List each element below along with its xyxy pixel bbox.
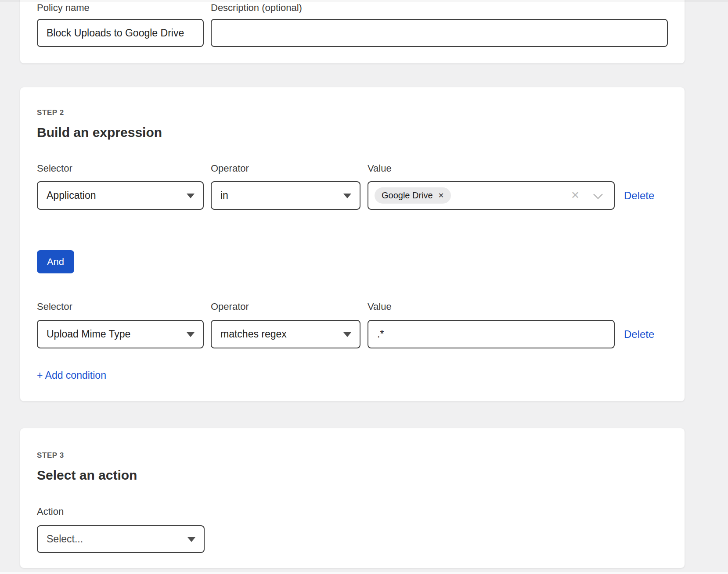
value-tag: Google Drive ✕ (375, 187, 451, 204)
caret-down-icon (343, 332, 351, 337)
value-column-label: Value (368, 163, 615, 174)
selector-column-label: Selector (37, 301, 204, 312)
action-select[interactable]: Select... (37, 525, 205, 553)
value-tag-label: Google Drive (382, 190, 433, 201)
policy-details-card: Policy name Description (optional) (20, 0, 685, 64)
remove-tag-icon[interactable]: ✕ (438, 191, 444, 200)
description-label: Description (optional) (211, 2, 668, 14)
condition-row: Application in Google Drive ✕ ✕ Delete (37, 181, 668, 210)
operator-column-label: Operator (211, 163, 360, 174)
operator-select-value: in (220, 190, 228, 201)
bottom-edge-divider (0, 572, 728, 574)
delete-row-button[interactable]: Delete (624, 190, 654, 202)
selector-select-value: Upload Mime Type (47, 328, 130, 340)
add-condition-link[interactable]: + Add condition (37, 369, 106, 381)
clear-icon[interactable]: ✕ (571, 190, 580, 201)
selector-select[interactable]: Application (37, 181, 204, 210)
policy-name-input[interactable] (37, 19, 204, 47)
step3-label: STEP 3 (37, 451, 668, 460)
condition-labels-row: Selector Operator Value (37, 301, 668, 312)
value-column-label: Value (368, 301, 615, 312)
select-action-card: STEP 3 Select an action Action Select... (20, 428, 685, 568)
value-multiselect[interactable]: Google Drive ✕ ✕ (368, 181, 615, 210)
selector-select[interactable]: Upload Mime Type (37, 320, 204, 348)
caret-down-icon (343, 194, 351, 198)
and-button[interactable]: And (37, 250, 74, 273)
description-field: Description (optional) (211, 2, 668, 47)
operator-select-value: matches regex (220, 328, 287, 340)
action-select-placeholder: Select... (47, 533, 83, 545)
build-expression-card: STEP 2 Build an expression Selector Oper… (20, 87, 685, 402)
step2-label: STEP 2 (37, 108, 668, 117)
action-label: Action (37, 506, 668, 517)
step3-title: Select an action (37, 467, 668, 483)
policy-name-field: Policy name (37, 2, 204, 47)
selector-select-value: Application (47, 190, 96, 201)
operator-select[interactable]: matches regex (211, 320, 360, 348)
value-input[interactable] (368, 320, 615, 348)
delete-row-button[interactable]: Delete (624, 328, 654, 341)
chevron-down-icon[interactable] (593, 189, 603, 199)
caret-down-icon (187, 332, 195, 337)
caret-down-icon (187, 537, 195, 542)
condition-row: Upload Mime Type matches regex Delete (37, 320, 668, 348)
step2-title: Build an expression (37, 125, 668, 140)
operator-column-label: Operator (211, 301, 360, 312)
caret-down-icon (187, 194, 195, 198)
policy-name-label: Policy name (37, 2, 204, 14)
selector-column-label: Selector (37, 163, 204, 174)
operator-select[interactable]: in (211, 181, 360, 210)
top-edge-divider (0, 0, 728, 2)
description-input[interactable] (211, 19, 668, 47)
policy-builder-page: Policy name Description (optional) STEP … (0, 0, 728, 574)
condition-labels-row: Selector Operator Value (37, 163, 668, 174)
